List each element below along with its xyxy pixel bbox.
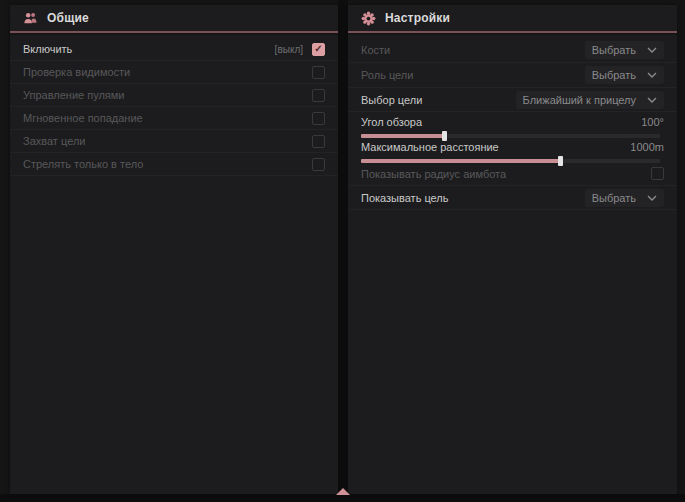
settings-row: Выбор целиБлижайший к прицелу xyxy=(348,88,677,112)
row-label: Стрелять только в тело xyxy=(23,158,143,170)
settings-row: Проверка видимости xyxy=(10,61,338,84)
keybind-hint: [выкл] xyxy=(275,44,303,55)
checkbox[interactable] xyxy=(312,66,325,79)
slider-row-top: Угол обзора100° xyxy=(361,114,664,130)
checkbox[interactable] xyxy=(312,89,325,102)
panel-title: Общие xyxy=(47,11,89,25)
row-controls: Ближайший к прицелу xyxy=(516,91,664,109)
panel-title: Настройки xyxy=(385,11,450,25)
slider-value: 1000m xyxy=(630,141,664,153)
chevron-down-icon xyxy=(647,195,657,201)
dropdown[interactable]: Выбрать xyxy=(585,41,664,59)
row-controls: Выбрать xyxy=(585,66,664,84)
row-controls xyxy=(312,135,325,148)
row-label: Угол обзора xyxy=(361,116,422,128)
slider-track[interactable] xyxy=(361,159,660,163)
row-label: Захват цели xyxy=(23,135,85,147)
row-label: Показывать радиус аимбота xyxy=(361,168,506,180)
settings-row: Мгновенное попадание xyxy=(10,107,338,130)
dropdown[interactable]: Выбрать xyxy=(585,66,664,84)
row-label: Роль цели xyxy=(361,69,413,81)
general-rows: Включить[выкл]Проверка видимостиУправлен… xyxy=(10,35,338,176)
row-controls xyxy=(312,66,325,79)
dropdown-value: Ближайший к прицелу xyxy=(523,94,636,106)
settings-row: Показывать радиус аимбота xyxy=(348,162,677,186)
slider-handle[interactable] xyxy=(558,156,563,166)
settings-panel: Настройки КостиВыбратьРоль целиВыбратьВы… xyxy=(348,5,677,494)
row-label: Кости xyxy=(361,44,390,56)
dropdown-value: Выбрать xyxy=(592,69,636,81)
settings-rows: КостиВыбратьРоль целиВыбратьВыбор целиБл… xyxy=(348,35,677,210)
users-icon xyxy=(23,11,38,26)
row-label: Проверка видимости xyxy=(23,66,130,78)
slider-fill xyxy=(361,159,560,163)
row-controls xyxy=(312,112,325,125)
gear-icon xyxy=(361,11,376,26)
settings-row: КостиВыбрать xyxy=(348,38,677,63)
dropdown-value: Выбрать xyxy=(592,192,636,204)
checkbox[interactable] xyxy=(312,158,325,171)
row-label: Управление пулями xyxy=(23,89,125,101)
general-panel: Общие Включить[выкл]Проверка видимостиУп… xyxy=(10,5,338,494)
row-controls xyxy=(312,158,325,171)
slider-value: 100° xyxy=(641,116,664,128)
checkbox[interactable] xyxy=(651,167,664,180)
dropdown[interactable]: Ближайший к прицелу xyxy=(516,91,664,109)
chevron-down-icon xyxy=(647,47,657,53)
row-label: Показывать цель xyxy=(361,192,449,204)
row-controls: Выбрать xyxy=(585,41,664,59)
row-controls xyxy=(651,167,664,180)
chevron-down-icon xyxy=(647,97,657,103)
row-controls xyxy=(312,89,325,102)
row-controls: Выбрать xyxy=(585,189,664,207)
settings-row: Роль целиВыбрать xyxy=(348,63,677,88)
row-label: Мгновенное попадание xyxy=(23,112,143,124)
panel-gutter xyxy=(338,0,348,502)
dropdown-value: Выбрать xyxy=(592,44,636,56)
row-label: Выбор цели xyxy=(361,94,422,106)
slider-fill xyxy=(361,134,444,138)
checkbox[interactable] xyxy=(312,135,325,148)
slider-track[interactable] xyxy=(361,134,660,138)
settings-row: Захват цели xyxy=(10,130,338,153)
row-controls: [выкл] xyxy=(275,43,325,56)
checkbox[interactable] xyxy=(312,43,325,56)
dropdown[interactable]: Выбрать xyxy=(585,189,664,207)
general-panel-header[interactable]: Общие xyxy=(10,5,338,31)
settings-row: Включить[выкл] xyxy=(10,38,338,61)
bottom-strip xyxy=(0,494,685,502)
slider-row: Угол обзора100° xyxy=(348,112,677,137)
slider-row-top: Максимальное расстояние1000m xyxy=(361,139,664,155)
slider-row: Максимальное расстояние1000m xyxy=(348,137,677,162)
scroll-up-indicator[interactable] xyxy=(336,488,350,495)
settings-panel-header[interactable]: Настройки xyxy=(348,5,677,31)
row-label: Включить xyxy=(23,43,72,55)
row-label: Максимальное расстояние xyxy=(361,141,499,153)
settings-row: Стрелять только в тело xyxy=(10,153,338,176)
checkbox[interactable] xyxy=(312,112,325,125)
slider-handle[interactable] xyxy=(442,131,447,141)
settings-row: Управление пулями xyxy=(10,84,338,107)
settings-row: Показывать цельВыбрать xyxy=(348,186,677,210)
chevron-down-icon xyxy=(647,72,657,78)
